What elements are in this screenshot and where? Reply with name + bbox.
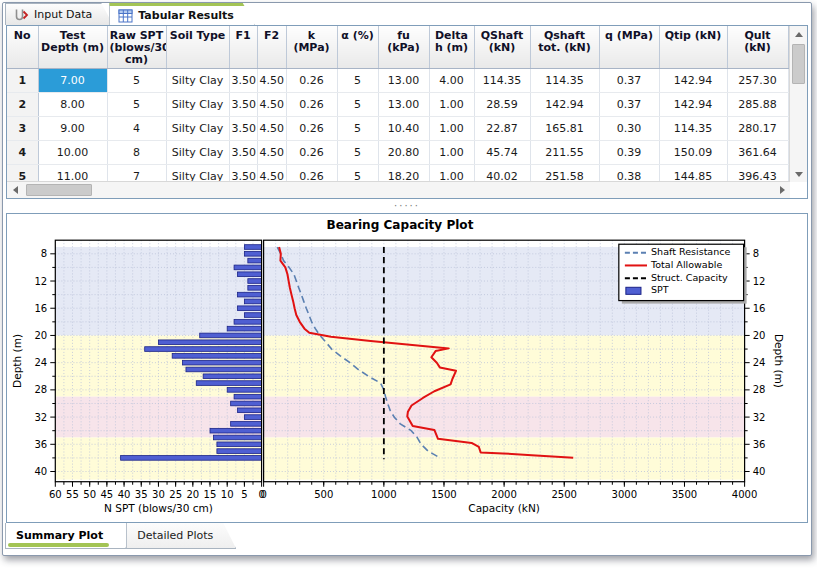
table-cell[interactable]: 5 — [337, 69, 378, 93]
tab-summary-plot[interactable]: Summary Plot — [5, 523, 126, 549]
table-cell[interactable]: 4.50 — [257, 141, 286, 165]
row-number-cell[interactable]: 2 — [7, 93, 38, 117]
tab-input-data[interactable]: Input Data — [5, 3, 113, 25]
table-cell[interactable]: 5 — [107, 93, 166, 117]
table-cell[interactable]: 0.37 — [599, 69, 659, 93]
table-cell[interactable]: Silty Clay — [166, 117, 229, 141]
svg-text:24: 24 — [753, 357, 766, 368]
column-header: F2 — [257, 26, 286, 69]
table-cell[interactable]: 3.50 — [229, 69, 257, 93]
table-cell[interactable]: 1.00 — [429, 117, 474, 141]
scroll-up-button[interactable] — [790, 26, 807, 42]
tab-detailed-plots[interactable]: Detailed Plots — [126, 523, 236, 549]
table-cell[interactable]: 3.50 — [229, 117, 257, 141]
table-cell[interactable]: 4.50 — [257, 93, 286, 117]
row-number-cell[interactable]: 4 — [7, 141, 38, 165]
table-cell[interactable]: 0.26 — [286, 117, 337, 141]
table-cell[interactable]: 257.30 — [727, 69, 788, 93]
table-cell[interactable]: 0.26 — [286, 69, 337, 93]
table-cell[interactable]: 0.26 — [286, 93, 337, 117]
svg-text:40: 40 — [118, 489, 131, 500]
scroll-down-button[interactable] — [790, 166, 807, 182]
scroll-right-button[interactable] — [774, 182, 790, 198]
svg-text:28: 28 — [753, 384, 766, 395]
table-cell[interactable]: Silty Clay — [166, 69, 229, 93]
table-cell[interactable]: 28.59 — [474, 93, 530, 117]
horizontal-scroll-thumb[interactable] — [26, 184, 92, 196]
table-cell[interactable]: 1.00 — [429, 141, 474, 165]
svg-text:55: 55 — [66, 489, 79, 500]
tab-tabular-results[interactable]: Tabular Results — [109, 3, 255, 25]
table-cell[interactable]: 4.00 — [429, 69, 474, 93]
table-cell[interactable]: 8 — [107, 141, 166, 165]
table-cell[interactable]: 10.00 — [38, 141, 107, 165]
top-tab-bar: Input Data Tabular Results — [3, 3, 811, 25]
arrow-left-icon — [13, 186, 18, 194]
row-number-cell[interactable]: 1 — [7, 69, 38, 93]
vertical-scrollbar[interactable] — [789, 26, 807, 182]
table-cell[interactable]: 9.00 — [38, 117, 107, 141]
scroll-left-button[interactable] — [7, 182, 23, 198]
table-cell[interactable]: 142.94 — [659, 93, 727, 117]
svg-text:Capacity (kN): Capacity (kN) — [468, 502, 540, 514]
table-cell[interactable]: Silty Clay — [166, 93, 229, 117]
table-cell[interactable]: 114.35 — [659, 117, 727, 141]
tab-label: Input Data — [34, 8, 92, 21]
horizontal-scrollbar[interactable] — [7, 181, 790, 198]
table-cell[interactable]: 0.39 — [599, 141, 659, 165]
table-cell[interactable]: 3.50 — [229, 93, 257, 117]
svg-text:25: 25 — [169, 489, 182, 500]
tab-label: Detailed Plots — [137, 529, 213, 542]
table-cell[interactable]: 114.35 — [474, 69, 530, 93]
table-cell[interactable]: 8.00 — [38, 93, 107, 117]
table-cell[interactable]: 5 — [337, 93, 378, 117]
table-cell[interactable]: 5 — [337, 117, 378, 141]
splitter-grip-dots: ····· — [394, 203, 420, 209]
table-cell[interactable]: 142.94 — [659, 69, 727, 93]
table-cell[interactable]: 0.37 — [599, 93, 659, 117]
app-window: Input Data Tabular Results NoTest Depth … — [2, 2, 812, 556]
table-cell[interactable]: 13.00 — [378, 69, 429, 93]
column-header: k (MPa) — [286, 26, 337, 69]
table-cell[interactable]: 285.88 — [727, 93, 788, 117]
table-cell[interactable]: 4.50 — [257, 69, 286, 93]
table-cell[interactable]: 0.30 — [599, 117, 659, 141]
table-cell[interactable]: 5 — [107, 69, 166, 93]
table-cell[interactable]: 7.00 — [38, 69, 107, 93]
table-cell[interactable]: 3.50 — [229, 141, 257, 165]
svg-text:32: 32 — [753, 412, 766, 423]
table-cell[interactable]: 150.09 — [659, 141, 727, 165]
table-cell[interactable]: 45.74 — [474, 141, 530, 165]
table-cell[interactable]: 280.17 — [727, 117, 788, 141]
vertical-scroll-thumb[interactable] — [792, 44, 805, 84]
panel-splitter[interactable]: ····· — [3, 199, 811, 213]
column-header: Raw SPT (blows/30 cm) — [107, 26, 166, 69]
svg-text:Depth (m): Depth (m) — [11, 334, 23, 388]
table-cell[interactable]: 1.00 — [429, 93, 474, 117]
table-cell[interactable]: 361.64 — [727, 141, 788, 165]
table-cell[interactable]: 114.35 — [530, 69, 599, 93]
column-header: Soil Type — [166, 26, 229, 69]
svg-text:Total Allowable: Total Allowable — [650, 259, 722, 270]
table-cell[interactable]: 4 — [107, 117, 166, 141]
svg-text:35: 35 — [135, 489, 148, 500]
table-cell[interactable]: 211.55 — [530, 141, 599, 165]
svg-text:12: 12 — [753, 276, 766, 287]
table-cell[interactable]: 165.81 — [530, 117, 599, 141]
table-cell[interactable]: 13.00 — [378, 93, 429, 117]
table-cell[interactable]: 20.80 — [378, 141, 429, 165]
table-cell[interactable]: Silty Clay — [166, 141, 229, 165]
table-cell[interactable]: 5 — [337, 141, 378, 165]
row-number-cell[interactable]: 3 — [7, 117, 38, 141]
arrow-right-icon — [780, 186, 785, 194]
table-icon — [118, 9, 133, 23]
table-cell[interactable]: 0.26 — [286, 141, 337, 165]
table-cell[interactable]: 142.94 — [530, 93, 599, 117]
table-row: 28.005Silty Clay3.504.500.26513.001.0028… — [7, 93, 788, 117]
table-cell[interactable]: 22.87 — [474, 117, 530, 141]
table-cell[interactable]: 4.50 — [257, 117, 286, 141]
svg-text:16: 16 — [34, 303, 47, 314]
table-cell[interactable]: 10.40 — [378, 117, 429, 141]
column-header: Qult (kN) — [727, 26, 788, 69]
svg-text:20: 20 — [34, 330, 47, 341]
